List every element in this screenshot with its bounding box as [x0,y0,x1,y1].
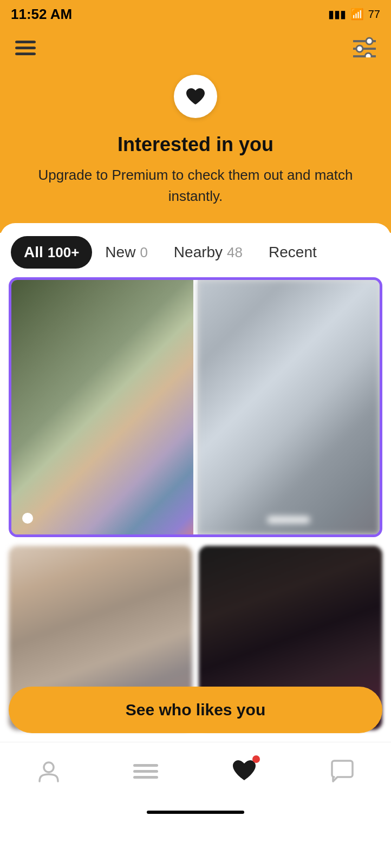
tab-nearby[interactable]: Nearby 48 [161,236,256,269]
notification-dot [252,755,260,763]
tab-nearby-label: Nearby [174,244,223,261]
tab-nearby-count: 48 [227,244,243,261]
heart-logo [174,75,217,118]
svg-rect-11 [133,770,158,773]
photo-indicator [22,513,33,524]
profiles-grid [0,277,391,730]
svg-rect-1 [15,47,36,49]
tab-all-label: All [24,244,43,261]
featured-profile-card[interactable] [9,277,382,537]
nav-item-matches[interactable] [122,754,169,788]
svg-point-6 [356,45,363,52]
svg-rect-10 [133,764,158,767]
heart-wrapper [231,758,258,785]
tab-recent[interactable]: Recent [256,236,330,269]
tab-new[interactable]: New 0 [92,236,160,269]
tab-recent-label: Recent [269,244,317,261]
tab-new-label: New [105,244,135,261]
hamburger-menu-button[interactable] [15,40,36,59]
hero-section: Interested in you Upgrade to Premium to … [0,62,391,233]
person-icon [36,759,61,784]
tab-new-count: 0 [140,244,147,261]
bottom-navigation [0,742,391,805]
profile-photo-left [11,280,193,534]
svg-point-8 [365,53,372,57]
hero-subtitle: Upgrade to Premium to check them out and… [22,165,369,207]
filter-button[interactable] [353,37,376,62]
wifi-icon: 📶 [350,8,364,21]
svg-point-9 [44,762,54,772]
see-who-likes-you-button[interactable]: See who likes you [9,687,382,733]
battery-icon: 77 [368,8,380,21]
nav-item-profile[interactable] [25,754,72,788]
blur-bar [267,516,310,524]
svg-point-4 [366,38,373,44]
hero-title: Interested in you [22,133,369,156]
nav-item-messages[interactable] [319,754,366,788]
card-divider [193,280,198,534]
status-icons: ▮▮▮ 📶 77 [328,8,380,21]
tab-all-count: 100+ [48,244,80,261]
signal-icon: ▮▮▮ [328,8,346,21]
tabs-bar: All 100+ New 0 Nearby 48 Recent [0,223,391,277]
status-time: 11:52 AM [11,6,72,23]
matches-icon [133,759,158,784]
home-indicator [147,811,244,814]
profile-photo-right-blurred [198,280,380,534]
phone-frame: 11:52 AM ▮▮▮ 📶 77 [0,0,391,868]
content-area: All 100+ New 0 Nearby 48 Recent [0,223,391,819]
svg-rect-12 [133,776,158,779]
status-bar: 11:52 AM ▮▮▮ 📶 77 [0,0,391,28]
nav-item-likes[interactable] [220,753,269,789]
app-header [0,28,391,62]
chat-icon [330,759,355,784]
cta-overlay: See who likes you [0,687,391,733]
tab-all[interactable]: All 100+ [11,236,92,269]
svg-rect-2 [15,53,36,55]
svg-rect-0 [15,41,36,43]
